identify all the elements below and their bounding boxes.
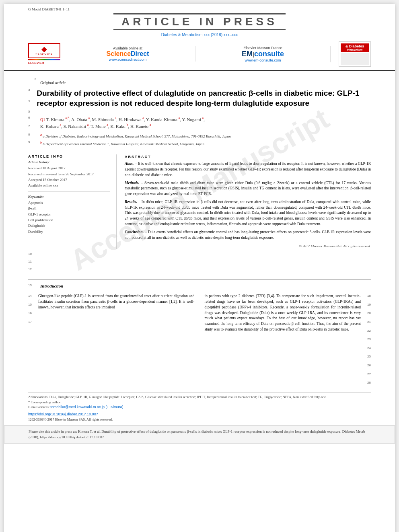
affiliations-block: a a Division of Diabetes, Endocrinology … xyxy=(40,133,231,148)
methods-label: Methods. xyxy=(125,181,139,185)
abstract-aims: Aims. – It is well-known that chronic ex… xyxy=(125,161,371,178)
abstract-conclusion: Conclusion. – Dula exerts beneficial eff… xyxy=(125,230,371,241)
line-num-3: 3 xyxy=(28,88,33,92)
sciencedirect-box: Available online at ScienceDirect www.sc… xyxy=(68,46,195,62)
article-type: Original article xyxy=(40,80,66,85)
line-nums-authors: 6 7 xyxy=(28,116,36,131)
available-text: Available online at xyxy=(68,46,187,50)
line-18: 18 xyxy=(363,294,371,298)
line-num-13: 13 xyxy=(28,283,36,292)
keyword-proliferation: Cell proliferation xyxy=(28,217,110,223)
line-28: 28 xyxy=(363,380,371,385)
doi-line: https://doi.org/10.1016/j.diabet.2017.10… xyxy=(28,412,371,417)
line-23: 23 xyxy=(363,337,371,342)
elsevier-masson-text: Elsevier Masson France xyxy=(204,46,322,50)
line-num-12: 12 xyxy=(28,267,36,271)
affiliation-b: b b Department of General Internal Medic… xyxy=(40,140,231,147)
line-num-2: 2 xyxy=(28,77,36,86)
keywords-section: Keywords: Apoptosis β-cell GLP-1 recepto… xyxy=(28,195,110,234)
online-date: Available online xxx xyxy=(28,183,110,188)
aip-banner: G Model DIABET 941 1–11 ARTICLE IN PRESS… xyxy=(4,4,395,38)
empty-lines: 10 11 12 xyxy=(28,252,371,272)
keywords-label: Keywords: xyxy=(28,195,110,199)
accepted-date: Accepted 15 October 2017 xyxy=(28,177,110,183)
aip-title: ARTICLE IN PRESS xyxy=(4,12,395,32)
sciencedirect-logo: ScienceDirect xyxy=(68,50,187,58)
affiliation-a: a a Division of Diabetes, Endocrinology … xyxy=(40,133,231,139)
keyword-bcell: β-cell xyxy=(28,205,110,211)
results-text: – In db/m mice, GLP-1R expression in β-c… xyxy=(125,200,371,226)
intro-right-line-nums: 18 19 20 21 22 23 24 25 26 27 28 xyxy=(363,294,371,385)
keyword-dulaglutide: Dulaglutide xyxy=(28,223,110,228)
em-url[interactable]: www.em-consulte.com xyxy=(204,58,322,62)
line-num-7: 7 xyxy=(28,124,36,128)
line-2-row: 2 Original article xyxy=(28,77,371,86)
authors-row: 6 7 Q1 T. Kimura a,*, A. Obata a, M. Shi… xyxy=(28,116,371,131)
footnotes: Abbreviations: Dula, Dulaglutide; GLP-1R… xyxy=(28,392,371,422)
line-15: 15 xyxy=(28,302,36,307)
line-num-6: 6 xyxy=(28,116,36,119)
article-info-abstract: ARTICLE INFO Article history: Received 1… xyxy=(28,154,371,249)
header-logos: ◆ ELSEVIER ELSEVIER Available online at … xyxy=(4,38,395,71)
intro-columns: 14 15 16 17 Glucagon-like peptide (GLP)-… xyxy=(28,294,371,385)
aims-label: Aims. xyxy=(125,162,134,166)
keyword-apoptosis: Apoptosis xyxy=(28,200,110,205)
line-num-8: 8 xyxy=(28,133,36,136)
abstract-methods: Methods. – Seven-week-old male db/db and… xyxy=(125,181,371,197)
line-nums-empty: 10 11 12 xyxy=(28,252,36,272)
corresponding-note: * Corresponding author. xyxy=(28,400,371,405)
separator-intro xyxy=(28,279,371,280)
sciencedirect-url[interactable]: www.sciencedirect.com xyxy=(68,58,187,62)
intro-line-nums: 14 15 16 17 xyxy=(28,294,36,324)
aims-text: – It is well-known that chronic exposure… xyxy=(125,162,371,177)
authors-block: Q1 T. Kimura a,*, A. Obata a, M. Shimoda… xyxy=(40,116,205,131)
intro-right-text: in patients with type 2 diabetes (T2D) [… xyxy=(205,294,361,385)
journal-info: Diabetes & Metabolism xxx (2018) xxx–xxx xyxy=(4,33,395,37)
revised-date: Received in revised form 26 September 20… xyxy=(28,171,110,177)
keyword-glp1r: GLP-1 receptor xyxy=(28,212,110,217)
abstract-col: ABSTRACT Aims. – It is well-known that c… xyxy=(125,154,371,249)
doi-link[interactable]: https://doi.org/10.1016/j.diabet.2017.10… xyxy=(28,412,98,416)
line-num-5: 5 xyxy=(28,110,33,113)
email-address[interactable]: tomohiko@med.kawasaki-m.ac.jp (T. Kimura… xyxy=(50,405,124,409)
line-27: 27 xyxy=(363,372,371,377)
line-num-10: 10 xyxy=(28,252,36,256)
intro-para-right: in patients with type 2 diabetes (T2D) [… xyxy=(205,294,361,332)
intro-left-col: 14 15 16 17 Glucagon-like peptide (GLP)-… xyxy=(28,294,195,385)
article-info-col: ARTICLE INFO Article history: Received 1… xyxy=(28,154,117,249)
abstract-heading: ABSTRACT xyxy=(125,154,371,160)
received-date: Received 10 August 2017 xyxy=(28,165,110,171)
copyright-text: © 2017 Elsevier Masson SAS. All rights r… xyxy=(125,244,371,249)
results-label: Results. xyxy=(125,200,137,204)
introduction-section: 13 Introduction 14 15 16 17 Glucagon-lik… xyxy=(4,272,395,389)
line-14: 14 xyxy=(28,294,36,298)
citation-text: Please cite this article in press as: Ki… xyxy=(29,429,365,439)
abstract-results: Results. – In db/m mice, GLP-1R expressi… xyxy=(125,199,371,227)
line-17: 17 xyxy=(28,320,36,325)
q1-marker: Q1 xyxy=(40,117,45,121)
line-21: 21 xyxy=(363,320,371,325)
line-25: 25 xyxy=(363,354,371,359)
page: G Model DIABET 941 1–11 ARTICLE IN PRESS… xyxy=(4,4,395,532)
model-text: G Model DIABET 941 1–11 xyxy=(4,7,395,12)
line-24: 24 xyxy=(363,346,371,351)
line-num-11: 11 xyxy=(28,260,36,263)
elsevier-logo: ◆ ELSEVIER ELSEVIER xyxy=(28,43,60,65)
line-22: 22 xyxy=(363,329,371,333)
em-consulte-box: Elsevier Masson France EM|consulte www.e… xyxy=(204,46,331,62)
diabetes-metabolism-logo: & Diabetes Metabolism xyxy=(339,41,371,67)
intro-right-content: in patients with type 2 diabetes (T2D) [… xyxy=(205,294,371,385)
intro-left-content: 14 15 16 17 Glucagon-like peptide (GLP)-… xyxy=(28,294,195,324)
keyword-durability: Durability xyxy=(28,229,110,234)
email-label: E-mail address: xyxy=(28,405,49,409)
em-consulte-logo: EM|consulte xyxy=(204,50,322,58)
empty-space xyxy=(40,252,371,272)
intro-heading: Introduction xyxy=(40,283,63,290)
affiliations-row: 8 9 a a Division of Diabetes, Endocrinol… xyxy=(28,133,371,148)
title-row: 3 4 5 Durability of protective effect of… xyxy=(28,88,371,113)
separator-keywords xyxy=(28,191,110,191)
intro-right-col: in patients with type 2 diabetes (T2D) [… xyxy=(205,294,371,385)
line-nums-aff: 8 9 xyxy=(28,133,36,148)
email-line: E-mail address: tomohiko@med.kawasaki-m.… xyxy=(28,405,371,410)
intro-heading-row: 13 Introduction xyxy=(28,283,371,292)
